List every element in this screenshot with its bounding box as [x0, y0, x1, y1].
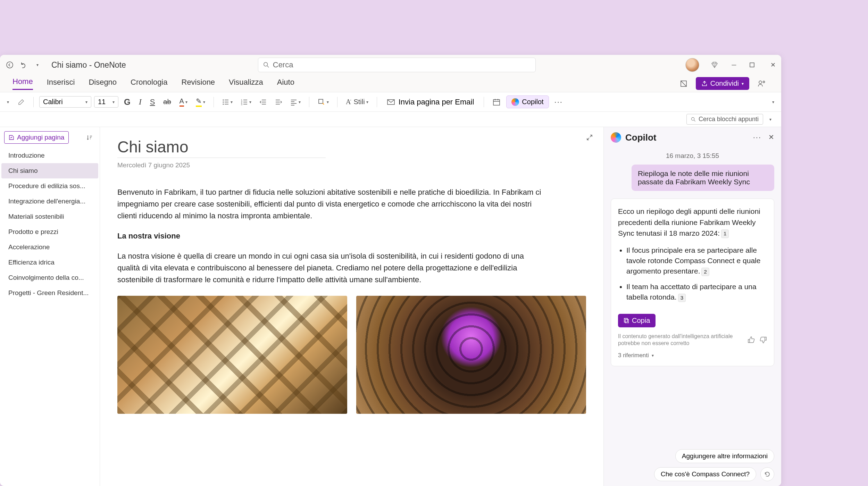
- reference-pill[interactable]: 2: [701, 268, 709, 276]
- share-button[interactable]: Condividi ▾: [696, 77, 749, 90]
- underline-button[interactable]: S: [147, 95, 158, 109]
- font-color-button[interactable]: A▾: [177, 95, 190, 109]
- svg-point-6: [223, 99, 224, 100]
- sidebar-page-item[interactable]: Prodotto e prezzi: [1, 224, 98, 240]
- strikethrough-button[interactable]: ab: [160, 96, 174, 108]
- copilot-icon: [511, 98, 519, 106]
- sidebar-page-item[interactable]: Progetti - Green Resident...: [1, 285, 98, 301]
- intro-paragraph[interactable]: Benvenuto in Fabrikam, il tuo partner di…: [117, 186, 548, 222]
- suggestion-chip-2[interactable]: Che cos'è Compass Connect?: [654, 467, 756, 481]
- notebooks-dropdown[interactable]: ▾: [767, 115, 774, 124]
- svg-point-5: [763, 81, 765, 83]
- page-date: Mercoledì 7 giugno 2025: [117, 161, 586, 169]
- sidebar-page-item[interactable]: Efficienza idrica: [1, 255, 98, 270]
- ai-intro-text: Ecco un riepilogo degli appunti delle ri…: [618, 207, 760, 237]
- svg-rect-14: [493, 100, 500, 105]
- sidebar-page-item[interactable]: Accelerazione: [1, 240, 98, 255]
- undo-button[interactable]: [18, 59, 29, 70]
- align-button[interactable]: ▾: [287, 97, 303, 108]
- numbering-button[interactable]: 123 ▾: [238, 97, 254, 108]
- reference-pill-1[interactable]: 1: [721, 229, 729, 238]
- email-page-button[interactable]: Invia pagina per Email: [383, 95, 478, 109]
- meeting-details-button[interactable]: [490, 96, 503, 108]
- copilot-close-button[interactable]: ✕: [768, 133, 774, 142]
- indent-button[interactable]: [272, 97, 285, 108]
- tab-draw[interactable]: Disegno: [89, 78, 117, 90]
- svg-point-7: [223, 101, 224, 102]
- sort-pages-button[interactable]: [84, 133, 95, 142]
- maximize-button[interactable]: [749, 62, 758, 68]
- paste-dropdown[interactable]: ▾: [4, 98, 12, 107]
- ai-bullet: Il team ha accettato di partecipare a un…: [626, 282, 767, 303]
- bold-button[interactable]: G: [121, 95, 133, 109]
- content-image-2[interactable]: [356, 296, 586, 414]
- sidebar-page-item[interactable]: Materiali sostenibili: [1, 209, 98, 224]
- tab-history[interactable]: Cronologia: [131, 78, 167, 90]
- tab-help[interactable]: Aiuto: [277, 78, 294, 90]
- ribbon-collapse-button[interactable]: ▾: [769, 98, 777, 107]
- users-button[interactable]: [755, 77, 769, 90]
- tab-home[interactable]: Home: [12, 77, 33, 90]
- styles-button[interactable]: Aͮ Stili ▾: [343, 96, 371, 108]
- user-avatar[interactable]: [685, 58, 699, 72]
- title-underline: [117, 158, 326, 158]
- sidebar-page-item[interactable]: Integrazione dell'energia...: [1, 194, 98, 209]
- premium-icon[interactable]: [710, 61, 719, 69]
- format-painter-button[interactable]: [15, 96, 28, 108]
- tag-button[interactable]: ▾: [315, 96, 332, 108]
- sidebar-page-item[interactable]: Chi siamo: [1, 163, 98, 178]
- vision-heading[interactable]: La nostra visione: [117, 232, 586, 241]
- svg-rect-16: [624, 318, 627, 322]
- page-title[interactable]: Chi siamo: [117, 137, 586, 156]
- svg-point-4: [759, 81, 762, 84]
- vision-paragraph[interactable]: La nostra visione è quella di creare un …: [117, 250, 548, 286]
- close-button[interactable]: ✕: [769, 61, 777, 69]
- outdent-button[interactable]: [257, 97, 269, 108]
- thumbs-up-button[interactable]: [748, 336, 755, 344]
- back-button[interactable]: [4, 59, 15, 70]
- font-name-select[interactable]: Calibri▾: [39, 96, 91, 108]
- svg-point-0: [7, 62, 13, 68]
- svg-text:3: 3: [241, 103, 242, 106]
- share-icon: [701, 81, 708, 87]
- minimize-button[interactable]: ─: [730, 61, 738, 69]
- copilot-logo-icon: [611, 132, 621, 143]
- svg-point-8: [223, 103, 224, 104]
- italic-button[interactable]: I: [136, 95, 144, 109]
- search-icon: [691, 117, 696, 122]
- search-notebooks-button[interactable]: Cerca blocchi appunti: [686, 114, 763, 125]
- copilot-menu-button[interactable]: ···: [753, 133, 761, 142]
- ai-disclaimer: Il contenuto generato dall'intelligenza …: [618, 333, 743, 347]
- copilot-timestamp: 16 marzo, 3 15:55: [611, 152, 774, 160]
- expand-page-button[interactable]: [586, 134, 593, 141]
- tab-review[interactable]: Revisione: [182, 78, 215, 90]
- refresh-button[interactable]: [760, 467, 774, 481]
- tab-insert[interactable]: Inserisci: [47, 78, 75, 90]
- bullets-button[interactable]: ▾: [219, 97, 235, 108]
- tab-view[interactable]: Visualizza: [229, 78, 263, 90]
- svg-rect-12: [319, 99, 323, 103]
- ai-bullet: Il focus principale era se partecipare a…: [626, 245, 767, 277]
- reading-view-button[interactable]: [677, 78, 690, 90]
- add-icon: [9, 135, 14, 140]
- reference-pill[interactable]: 3: [678, 294, 686, 302]
- user-message: Riepiloga le note delle mie riunioni pas…: [632, 165, 774, 191]
- svg-rect-2: [750, 63, 754, 67]
- copilot-toolbar-button[interactable]: Copilot: [506, 95, 549, 108]
- font-size-select[interactable]: 11▾: [94, 96, 118, 108]
- suggestion-chip-1[interactable]: Aggiungere altre informazioni: [675, 449, 774, 463]
- copilot-title: Copilot: [625, 132, 657, 143]
- svg-point-1: [264, 62, 268, 66]
- highlight-button[interactable]: ✎▾: [193, 95, 208, 109]
- copy-button[interactable]: Copia: [618, 314, 656, 327]
- sidebar-page-item[interactable]: Coinvolgimento della co...: [1, 270, 98, 285]
- add-page-button[interactable]: Aggiungi pagina: [4, 131, 69, 144]
- thumbs-down-button[interactable]: [759, 336, 767, 344]
- content-image-1[interactable]: [117, 296, 347, 414]
- sidebar-page-item[interactable]: Introduzione: [1, 148, 98, 163]
- customize-toolbar-button[interactable]: ▾: [32, 59, 43, 70]
- sidebar-page-item[interactable]: Procedure di edilizia sos...: [1, 178, 98, 194]
- references-toggle[interactable]: 3 riferimenti▾: [618, 352, 767, 359]
- search-box[interactable]: Cerca: [258, 58, 536, 72]
- more-button[interactable]: ···: [552, 95, 566, 109]
